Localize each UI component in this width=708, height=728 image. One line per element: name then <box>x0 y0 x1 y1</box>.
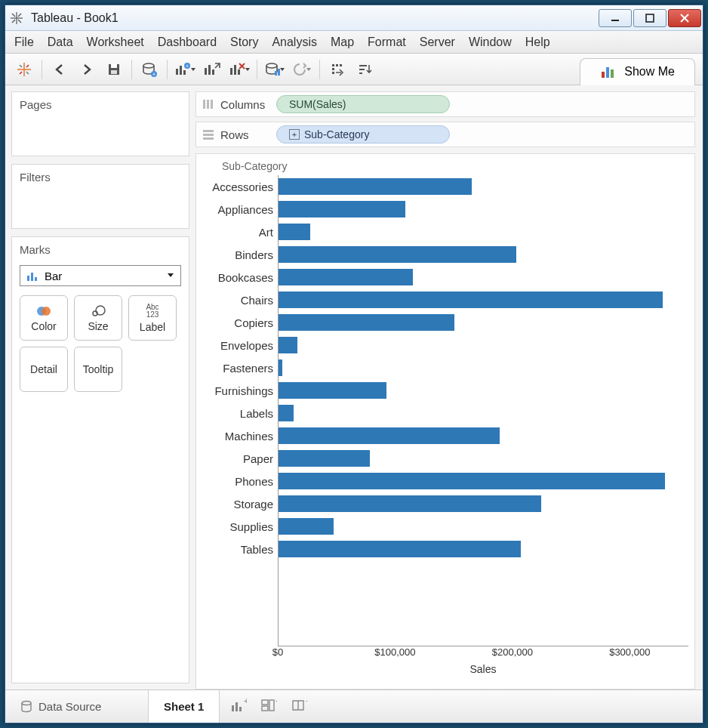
menu-server[interactable]: Server <box>420 35 455 49</box>
rows-pill[interactable]: + Sub-Category <box>276 125 450 143</box>
bar[interactable] <box>279 178 472 195</box>
maximize-button[interactable] <box>633 9 666 27</box>
marks-size-button[interactable]: Size <box>74 295 122 341</box>
bar-row <box>279 198 688 221</box>
menu-help[interactable]: Help <box>525 35 550 49</box>
menu-worksheet[interactable]: Worksheet <box>87 35 144 49</box>
sheet-tabs-bar: Data Source Sheet 1 + + + <box>5 689 703 723</box>
filters-shelf[interactable]: Filters <box>11 164 189 229</box>
expand-icon[interactable]: + <box>289 129 300 140</box>
svg-line-13 <box>26 72 29 74</box>
columns-shelf[interactable]: Columns SUM(Sales) <box>195 91 695 117</box>
svg-rect-67 <box>262 700 268 705</box>
y-label: Envelopes <box>202 334 278 356</box>
marks-tooltip-button[interactable]: Tooltip <box>74 347 122 392</box>
forward-button[interactable] <box>75 58 98 81</box>
bar[interactable] <box>279 518 334 535</box>
menu-window[interactable]: Window <box>469 35 512 49</box>
svg-rect-18 <box>111 70 117 74</box>
bar[interactable] <box>279 246 516 263</box>
marks-color-button[interactable]: Color <box>20 295 68 341</box>
svg-rect-17 <box>111 64 117 68</box>
svg-rect-49 <box>27 276 29 281</box>
bar[interactable] <box>279 382 386 399</box>
swap-rows-columns-button[interactable] <box>326 58 349 81</box>
clear-sheet-button[interactable] <box>228 58 251 81</box>
auto-update-button[interactable] <box>263 58 286 81</box>
svg-rect-24 <box>183 70 186 75</box>
toolbar: + + Show Me <box>5 54 703 85</box>
new-worksheet-tab[interactable]: + <box>230 698 247 715</box>
data-source-tab[interactable]: Data Source <box>5 690 149 723</box>
bar[interactable] <box>279 337 297 353</box>
save-button[interactable] <box>103 58 125 81</box>
svg-rect-57 <box>207 100 209 109</box>
refresh-button[interactable] <box>291 58 313 81</box>
new-worksheet-button[interactable]: + <box>174 58 196 81</box>
bar-row <box>279 311 688 334</box>
bar-row <box>279 515 688 538</box>
svg-rect-39 <box>332 68 334 70</box>
mark-type-dropdown[interactable]: Bar <box>20 265 181 286</box>
bar[interactable] <box>279 359 282 376</box>
svg-rect-68 <box>262 706 268 711</box>
bar-row <box>279 288 688 311</box>
app-window: Tableau - Book1 FileDataWorksheetDashboa… <box>5 5 703 723</box>
bar[interactable] <box>279 292 663 308</box>
marks-label-button[interactable]: Abc123 Label <box>128 295 177 341</box>
close-button[interactable] <box>668 9 701 27</box>
bar[interactable] <box>279 473 665 489</box>
chart-y-labels: AccessoriesAppliancesArtBindersBookcases… <box>202 175 278 646</box>
bar-icon <box>26 270 38 282</box>
x-tick: $0 <box>272 646 283 658</box>
menu-data[interactable]: Data <box>48 35 73 49</box>
menu-dashboard[interactable]: Dashboard <box>158 35 217 49</box>
sheet-tab[interactable]: Sheet 1 <box>149 690 220 723</box>
rows-shelf[interactable]: Rows + Sub-Category <box>195 122 695 147</box>
duplicate-sheet-button[interactable] <box>201 58 223 81</box>
bar[interactable] <box>279 495 541 512</box>
bar[interactable] <box>279 314 454 331</box>
rows-icon <box>202 129 214 140</box>
show-me-label: Show Me <box>624 65 675 79</box>
bar[interactable] <box>279 201 405 217</box>
y-label: Machines <box>202 424 278 447</box>
new-story-tab[interactable]: + <box>291 698 307 715</box>
bar[interactable] <box>279 427 500 444</box>
bar-row <box>279 221 688 243</box>
rows-label: Rows <box>220 128 249 141</box>
svg-rect-31 <box>234 65 236 75</box>
bar[interactable] <box>279 450 370 467</box>
y-label: Appliances <box>202 198 278 221</box>
new-dashboard-tab[interactable]: + <box>260 698 277 715</box>
bar[interactable] <box>279 224 310 240</box>
pages-shelf[interactable]: Pages <box>11 91 189 156</box>
minimize-button[interactable] <box>599 9 632 27</box>
svg-rect-44 <box>359 69 365 70</box>
sort-button[interactable] <box>353 58 376 81</box>
svg-rect-65 <box>239 707 242 711</box>
show-me-button[interactable]: Show Me <box>580 58 695 85</box>
svg-line-14 <box>26 65 29 67</box>
bar[interactable] <box>279 405 294 421</box>
bar[interactable] <box>279 541 521 557</box>
menu-file[interactable]: File <box>14 35 34 49</box>
menu-format[interactable]: Format <box>368 35 406 49</box>
tableau-logo-icon[interactable] <box>13 58 35 81</box>
label-icon: Abc123 <box>146 304 159 319</box>
menu-analysis[interactable]: Analysis <box>272 35 317 49</box>
new-data-source-button[interactable]: + <box>138 58 161 81</box>
bar[interactable] <box>279 269 413 285</box>
chart-view[interactable]: Sub-Category AccessoriesAppliancesArtBin… <box>195 153 695 689</box>
y-label: Fasteners <box>202 356 278 379</box>
menu-map[interactable]: Map <box>331 35 354 49</box>
x-tick: $300,000 <box>609 646 650 658</box>
marks-detail-button[interactable]: Detail <box>20 347 68 392</box>
svg-rect-69 <box>269 700 274 711</box>
back-button[interactable] <box>48 58 71 81</box>
menu-story[interactable]: Story <box>230 35 258 49</box>
bar-row <box>279 470 688 492</box>
columns-pill[interactable]: SUM(Sales) <box>276 95 450 113</box>
svg-rect-29 <box>212 69 214 75</box>
y-label: Paper <box>202 447 278 470</box>
